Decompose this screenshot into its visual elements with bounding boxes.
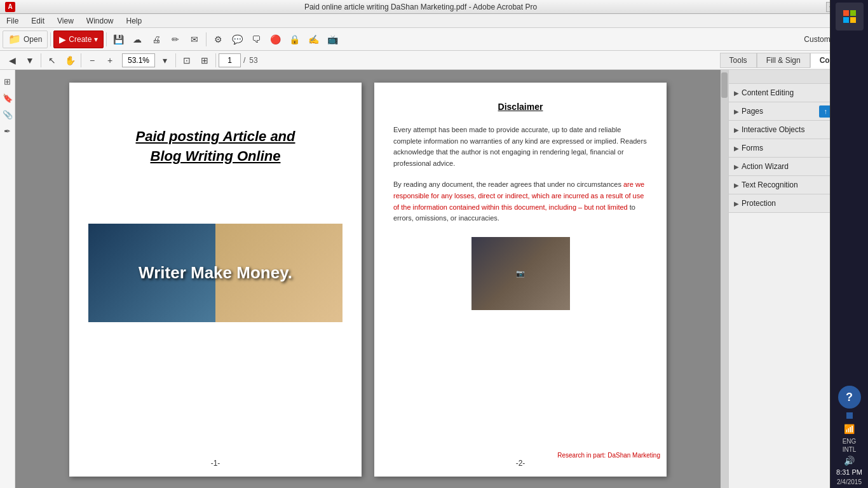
toolbar-separator-2 [106, 32, 107, 46]
interactive-objects-label: Interactive Objects [742, 125, 804, 134]
zoom-input[interactable] [122, 53, 155, 67]
nav-separator-4 [215, 53, 216, 67]
text-recognition-label: Text Recognition [742, 180, 798, 189]
page1-title: Paid posting Article and Blog Writing On… [88, 127, 342, 166]
windows-start-button[interactable] [836, 3, 864, 30]
app-icon: A [5, 2, 15, 12]
taskbar-network[interactable]: 📶 [838, 423, 861, 435]
time-display: 8:31 PM [836, 468, 862, 476]
volume-icon[interactable]: 🔊 [844, 456, 855, 466]
email-button[interactable]: ✉ [186, 30, 203, 48]
disclaimer-title: Disclaimer [393, 102, 648, 112]
create-dropdown-icon: ▾ [94, 35, 98, 44]
upload-icon: ↑ [824, 107, 828, 115]
open-label: Open [24, 35, 42, 44]
sidebar-icon-home[interactable]: ⊞ [1, 75, 14, 88]
forms-arrow: ▶ [734, 145, 739, 152]
sidebar-icon-bookmark[interactable]: 🔖 [1, 92, 14, 104]
windows-logo-icon [842, 9, 857, 24]
menu-view[interactable]: View [53, 15, 78, 27]
sidebar-icon-pen[interactable]: ✒ [1, 125, 14, 137]
select-tool-button[interactable]: ↖ [44, 53, 60, 68]
page2-image-placeholder: 📷 [516, 269, 525, 278]
research-note: Research in part: DaShan Marketing [557, 452, 660, 459]
tab-fill-sign[interactable]: Fill & Sign [757, 53, 810, 68]
create-icon: ▶ [59, 34, 66, 44]
taskbar-bottom: ? 📶 ENG INTL 🔊 8:31 PM 2/4/2015 [836, 386, 862, 488]
nav-back-button[interactable]: ◀ [4, 53, 20, 68]
forms-label: Forms [742, 144, 763, 152]
page-separator: / [242, 56, 247, 65]
highlight-text: are we responsible for any losses, direc… [393, 180, 644, 210]
network-icon: 📶 [844, 424, 855, 434]
view-button[interactable]: 📺 [323, 30, 341, 48]
toolbar: 📁 Open ▶ Create ▾ 💾 ☁ 🖨 ✏ ✉ ⚙ 💬 🗨 🔴 🔒 ✍ … [0, 28, 868, 51]
fit-width-button[interactable]: ⊞ [196, 53, 213, 68]
left-sidebar: ⊞ 🔖 📎 ✒ [0, 70, 15, 488]
toolbar-separator-3 [206, 32, 207, 46]
disclaimer-para2-text: By reading any document, the reader agre… [393, 180, 644, 222]
nav-separator-2 [81, 53, 81, 67]
research-link[interactable]: DaShan Marketing [607, 452, 660, 459]
lang-region: INTL [843, 446, 857, 453]
pages-label: Pages [742, 107, 763, 116]
page2-number: -2- [516, 459, 526, 468]
svg-rect-0 [843, 10, 849, 16]
pages-arrow: ▶ [734, 108, 739, 115]
lang-display: ENG [843, 438, 857, 445]
zoom-out-button[interactable]: − [84, 53, 100, 68]
menu-help[interactable]: Help [123, 15, 146, 27]
toolbar-separator-1 [50, 32, 51, 46]
cloud-button[interactable]: ☁ [128, 30, 146, 48]
print-button[interactable]: 🖨 [147, 30, 165, 48]
zoom-dropdown-button[interactable]: ▾ [156, 53, 173, 68]
disclaimer-para1: Every attempt has been made to provide a… [393, 125, 648, 169]
sign-button[interactable]: ✍ [304, 30, 322, 48]
help-button[interactable]: ? [838, 386, 861, 409]
tab-tools[interactable]: Tools [720, 53, 757, 68]
zoom-box: ▾ [122, 53, 173, 68]
hand-tool-button[interactable]: ✋ [62, 53, 78, 68]
fit-page-button[interactable]: ⊡ [179, 53, 195, 68]
pdf-scroll[interactable]: Paid posting Article and Blog Writing On… [15, 70, 721, 488]
stamp-button[interactable]: 🔴 [266, 30, 284, 48]
page1-image: Writer Make Money. [88, 224, 342, 322]
title-bar: A Paid online article writing DaShan Mar… [0, 0, 868, 14]
page1-image-text: Writer Make Money. [139, 263, 292, 283]
taskbar-dot1 [846, 412, 853, 419]
pdf-page-1: Paid posting Article and Blog Writing On… [69, 83, 362, 477]
protection-label: Protection [742, 199, 776, 208]
save-button[interactable]: 💾 [109, 30, 127, 48]
settings-button[interactable]: ⚙ [209, 30, 227, 48]
menu-file[interactable]: File [3, 15, 22, 27]
pdf-area: Paid posting Article and Blog Writing On… [15, 70, 728, 488]
zoom-in-button[interactable]: + [102, 53, 118, 68]
menu-edit[interactable]: Edit [27, 15, 48, 27]
scrollbar-thumb[interactable] [721, 72, 728, 98]
open-button[interactable]: 📁 Open [3, 30, 48, 48]
comment2-button[interactable]: 🗨 [247, 30, 265, 48]
lock-button[interactable]: 🔒 [285, 30, 303, 48]
action-wizard-label: Action Wizard [742, 162, 789, 171]
volume-area: 🔊 [844, 456, 855, 466]
comment-button[interactable]: 💬 [228, 30, 246, 48]
system-tray: ENG INTL [843, 438, 857, 453]
page1-number: -1- [211, 459, 220, 468]
menu-window[interactable]: Window [83, 15, 118, 27]
taskbar: ? 📶 ENG INTL 🔊 8:31 PM 2/4/2015 [830, 0, 868, 488]
window-title: Paid online article writing DaShan Marke… [15, 3, 826, 11]
research-label: Research in part: [557, 452, 607, 459]
main-container: ⊞ 🔖 📎 ✒ Paid posting Article and Blog Wr… [0, 70, 868, 488]
sidebar-icon-clip[interactable]: 📎 [1, 108, 14, 121]
create-button[interactable]: ▶ Create ▾ [53, 30, 104, 48]
content-editing-label: Content Editing [742, 88, 794, 97]
svg-rect-1 [850, 10, 856, 16]
nav-forward-button[interactable]: ▼ [22, 53, 38, 68]
page2-image: 📷 [471, 237, 570, 310]
folder-icon: 📁 [8, 33, 21, 45]
svg-rect-3 [850, 17, 856, 23]
date-display: 2/4/2015 [837, 478, 862, 485]
page-number-input[interactable] [219, 53, 241, 67]
pdf-scrollbar[interactable] [721, 70, 728, 488]
edit-button[interactable]: ✏ [166, 30, 184, 48]
